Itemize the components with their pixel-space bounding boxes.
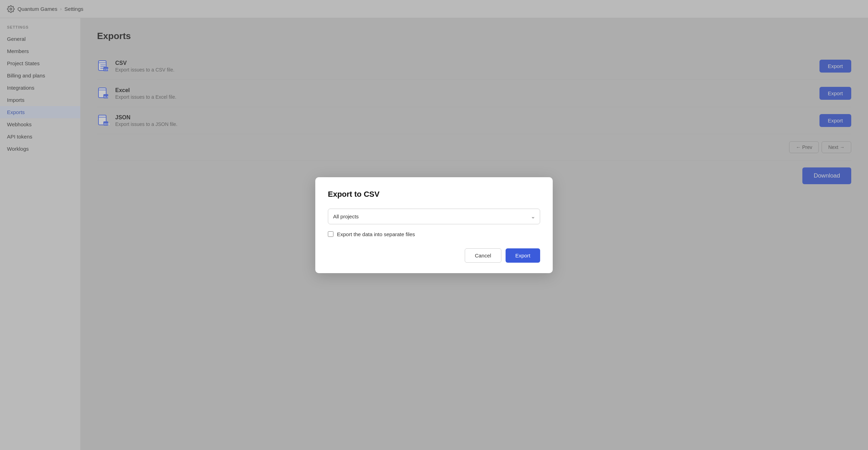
modal-export-button[interactable]: Export [506, 248, 540, 263]
modal-title: Export to CSV [328, 190, 540, 199]
modal-dialog: Export to CSV All projects Project A Pro… [315, 177, 553, 273]
modal-actions: Cancel Export [328, 248, 540, 263]
modal-overlay[interactable]: Export to CSV All projects Project A Pro… [0, 0, 868, 450]
project-select[interactable]: All projects Project A Project B [328, 209, 540, 224]
modal-select-wrap: All projects Project A Project B ⌄ [328, 209, 540, 224]
modal-cancel-button[interactable]: Cancel [465, 248, 501, 263]
separate-files-label[interactable]: Export the data into separate files [337, 231, 415, 237]
modal-checkbox-row: Export the data into separate files [328, 231, 540, 237]
separate-files-checkbox[interactable] [328, 231, 333, 237]
